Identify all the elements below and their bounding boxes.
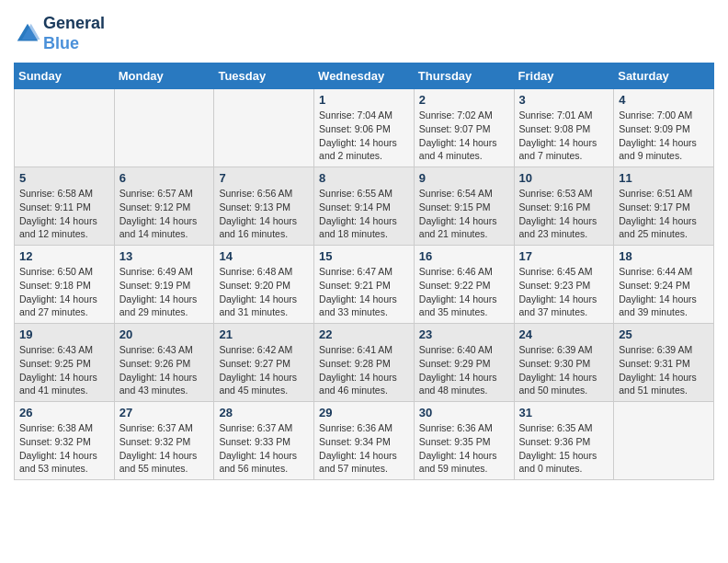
calendar-cell: 31Sunrise: 6:35 AMSunset: 9:36 PMDayligh… [514, 402, 614, 480]
calendar-cell: 26Sunrise: 6:38 AMSunset: 9:32 PMDayligh… [15, 402, 115, 480]
calendar-cell: 22Sunrise: 6:41 AMSunset: 9:28 PMDayligh… [314, 324, 415, 402]
cell-info: Sunrise: 6:36 AMSunset: 9:34 PMDaylight:… [319, 421, 409, 476]
col-header-sunday: Sunday [15, 63, 115, 89]
cell-info: Sunrise: 6:55 AMSunset: 9:14 PMDaylight:… [319, 187, 409, 241]
calendar-cell [114, 89, 214, 167]
day-number: 28 [219, 406, 309, 419]
day-number: 21 [219, 327, 309, 341]
col-header-thursday: Thursday [414, 63, 514, 89]
cell-info: Sunrise: 6:39 AMSunset: 9:30 PMDaylight:… [519, 343, 609, 397]
cell-info: Sunrise: 6:38 AMSunset: 9:32 PMDaylight:… [19, 421, 109, 476]
day-number: 1 [319, 93, 409, 107]
calendar-cell: 8Sunrise: 6:55 AMSunset: 9:14 PMDaylight… [314, 167, 415, 246]
day-number: 24 [519, 327, 609, 341]
cell-info: Sunrise: 6:50 AMSunset: 9:18 PMDaylight:… [19, 265, 109, 319]
page-header: General Blue [14, 14, 714, 53]
cell-info: Sunrise: 6:39 AMSunset: 9:31 PMDaylight:… [619, 343, 709, 397]
week-row-2: 5Sunrise: 6:58 AMSunset: 9:11 PMDaylight… [15, 167, 714, 246]
cell-info: Sunrise: 6:56 AMSunset: 9:13 PMDaylight:… [219, 187, 309, 241]
calendar-cell: 27Sunrise: 6:37 AMSunset: 9:32 PMDayligh… [114, 402, 214, 480]
cell-info: Sunrise: 6:36 AMSunset: 9:35 PMDaylight:… [419, 421, 509, 476]
cell-info: Sunrise: 6:47 AMSunset: 9:21 PMDaylight:… [319, 265, 409, 319]
col-header-tuesday: Tuesday [214, 63, 314, 89]
calendar-cell: 29Sunrise: 6:36 AMSunset: 9:34 PMDayligh… [314, 402, 415, 480]
calendar-cell: 21Sunrise: 6:42 AMSunset: 9:27 PMDayligh… [214, 324, 314, 402]
cell-info: Sunrise: 6:37 AMSunset: 9:32 PMDaylight:… [119, 421, 210, 476]
day-number: 22 [319, 327, 409, 341]
cell-info: Sunrise: 6:40 AMSunset: 9:29 PMDaylight:… [419, 343, 509, 397]
week-row-3: 12Sunrise: 6:50 AMSunset: 9:18 PMDayligh… [15, 246, 714, 324]
day-number: 31 [519, 406, 609, 419]
logo-icon [14, 20, 41, 48]
calendar-cell: 14Sunrise: 6:48 AMSunset: 9:20 PMDayligh… [214, 246, 314, 324]
day-number: 16 [419, 249, 509, 263]
cell-info: Sunrise: 6:54 AMSunset: 9:15 PMDaylight:… [419, 187, 509, 241]
day-number: 23 [419, 327, 509, 341]
calendar-cell: 19Sunrise: 6:43 AMSunset: 9:25 PMDayligh… [15, 324, 115, 402]
cell-info: Sunrise: 6:53 AMSunset: 9:16 PMDaylight:… [519, 187, 609, 241]
calendar-cell: 3Sunrise: 7:01 AMSunset: 9:08 PMDaylight… [514, 89, 614, 167]
calendar-cell: 20Sunrise: 6:43 AMSunset: 9:26 PMDayligh… [114, 324, 214, 402]
calendar-header-row: SundayMondayTuesdayWednesdayThursdayFrid… [15, 63, 714, 89]
calendar-cell: 12Sunrise: 6:50 AMSunset: 9:18 PMDayligh… [15, 246, 115, 324]
day-number: 25 [619, 327, 709, 341]
cell-info: Sunrise: 6:58 AMSunset: 9:11 PMDaylight:… [19, 187, 109, 241]
cell-info: Sunrise: 6:51 AMSunset: 9:17 PMDaylight:… [619, 187, 709, 241]
week-row-5: 26Sunrise: 6:38 AMSunset: 9:32 PMDayligh… [15, 402, 714, 480]
day-number: 13 [119, 249, 210, 263]
day-number: 6 [119, 171, 210, 185]
cell-info: Sunrise: 6:43 AMSunset: 9:25 PMDaylight:… [19, 343, 109, 397]
calendar-cell: 11Sunrise: 6:51 AMSunset: 9:17 PMDayligh… [614, 167, 714, 246]
day-number: 4 [619, 93, 709, 107]
day-number: 5 [19, 171, 109, 185]
cell-info: Sunrise: 6:37 AMSunset: 9:33 PMDaylight:… [219, 421, 309, 476]
day-number: 2 [419, 93, 509, 107]
cell-info: Sunrise: 6:45 AMSunset: 9:23 PMDaylight:… [519, 265, 609, 319]
cell-info: Sunrise: 6:48 AMSunset: 9:20 PMDaylight:… [219, 265, 309, 319]
cell-info: Sunrise: 6:49 AMSunset: 9:19 PMDaylight:… [119, 265, 210, 319]
calendar-cell: 10Sunrise: 6:53 AMSunset: 9:16 PMDayligh… [514, 167, 614, 246]
day-number: 12 [19, 249, 109, 263]
calendar-cell [214, 89, 314, 167]
day-number: 7 [219, 171, 309, 185]
day-number: 14 [219, 249, 309, 263]
col-header-friday: Friday [514, 63, 614, 89]
calendar-cell: 16Sunrise: 6:46 AMSunset: 9:22 PMDayligh… [414, 246, 514, 324]
day-number: 30 [419, 406, 509, 419]
calendar-cell: 15Sunrise: 6:47 AMSunset: 9:21 PMDayligh… [314, 246, 415, 324]
calendar-cell: 4Sunrise: 7:00 AMSunset: 9:09 PMDaylight… [614, 89, 714, 167]
calendar-cell: 7Sunrise: 6:56 AMSunset: 9:13 PMDaylight… [214, 167, 314, 246]
day-number: 20 [119, 327, 210, 341]
calendar-cell: 6Sunrise: 6:57 AMSunset: 9:12 PMDaylight… [114, 167, 214, 246]
day-number: 19 [19, 327, 109, 341]
cell-info: Sunrise: 6:44 AMSunset: 9:24 PMDaylight:… [619, 265, 709, 319]
cell-info: Sunrise: 6:42 AMSunset: 9:27 PMDaylight:… [219, 343, 309, 397]
cell-info: Sunrise: 6:35 AMSunset: 9:36 PMDaylight:… [519, 421, 609, 476]
calendar-cell: 13Sunrise: 6:49 AMSunset: 9:19 PMDayligh… [114, 246, 214, 324]
cell-info: Sunrise: 6:41 AMSunset: 9:28 PMDaylight:… [319, 343, 409, 397]
cell-info: Sunrise: 7:00 AMSunset: 9:09 PMDaylight:… [619, 109, 709, 163]
day-number: 17 [519, 249, 609, 263]
calendar-cell: 30Sunrise: 6:36 AMSunset: 9:35 PMDayligh… [414, 402, 514, 480]
col-header-monday: Monday [114, 63, 214, 89]
calendar-cell: 24Sunrise: 6:39 AMSunset: 9:30 PMDayligh… [514, 324, 614, 402]
calendar-table: SundayMondayTuesdayWednesdayThursdayFrid… [14, 63, 714, 480]
day-number: 26 [19, 406, 109, 419]
cell-info: Sunrise: 6:46 AMSunset: 9:22 PMDaylight:… [419, 265, 509, 319]
day-number: 11 [619, 171, 709, 185]
calendar-cell: 9Sunrise: 6:54 AMSunset: 9:15 PMDaylight… [414, 167, 514, 246]
day-number: 10 [519, 171, 609, 185]
calendar-cell: 25Sunrise: 6:39 AMSunset: 9:31 PMDayligh… [614, 324, 714, 402]
cell-info: Sunrise: 6:57 AMSunset: 9:12 PMDaylight:… [119, 187, 210, 241]
calendar-cell: 2Sunrise: 7:02 AMSunset: 9:07 PMDaylight… [414, 89, 514, 167]
calendar-cell: 18Sunrise: 6:44 AMSunset: 9:24 PMDayligh… [614, 246, 714, 324]
calendar-cell [614, 402, 714, 480]
calendar-cell: 5Sunrise: 6:58 AMSunset: 9:11 PMDaylight… [15, 167, 115, 246]
calendar-cell [15, 89, 115, 167]
day-number: 8 [319, 171, 409, 185]
calendar-cell: 17Sunrise: 6:45 AMSunset: 9:23 PMDayligh… [514, 246, 614, 324]
week-row-1: 1Sunrise: 7:04 AMSunset: 9:06 PMDaylight… [15, 89, 714, 167]
cell-info: Sunrise: 7:02 AMSunset: 9:07 PMDaylight:… [419, 109, 509, 163]
cell-info: Sunrise: 7:04 AMSunset: 9:06 PMDaylight:… [319, 109, 409, 163]
day-number: 15 [319, 249, 409, 263]
